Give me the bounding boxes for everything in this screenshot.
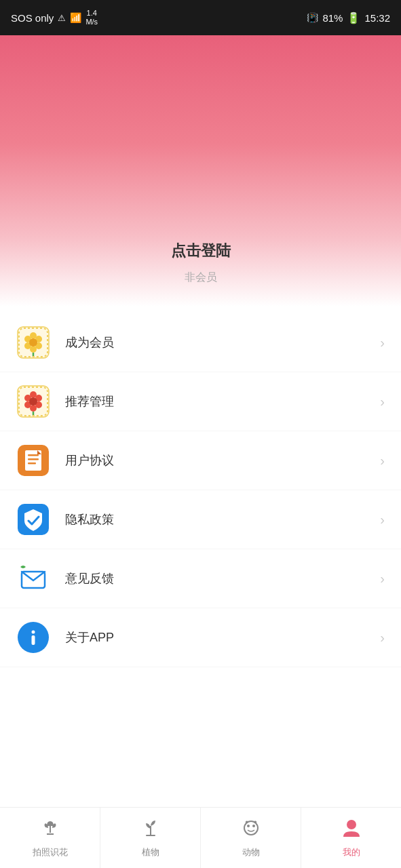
- feedback-icon: [16, 561, 50, 595]
- wifi-icon: 📶: [70, 12, 81, 23]
- member-status-text: 非会员: [185, 271, 217, 285]
- svg-point-34: [244, 821, 258, 835]
- menu-item-privacy[interactable]: 隐私政策 ›: [0, 490, 401, 549]
- plant-nav-icon: [140, 818, 161, 843]
- svg-point-36: [252, 825, 255, 827]
- network-speed: 1.4M/s: [85, 9, 98, 26]
- animal-nav-icon: [241, 818, 261, 843]
- menu-item-agreement[interactable]: 用户协议 ›: [0, 431, 401, 490]
- svg-point-35: [247, 825, 250, 827]
- status-left: SOS only ⚠ 📶 1.4M/s: [11, 9, 98, 26]
- about-icon: [16, 620, 50, 654]
- recommend-icon: [16, 384, 50, 418]
- hero-section: 点击登陆 非会员: [0, 35, 401, 307]
- menu-list: 成为会员 › 推荐管理 ›: [0, 307, 401, 674]
- status-right: 📳 81% 🔋 15:32: [307, 12, 390, 24]
- sos-text: SOS only: [11, 12, 54, 24]
- menu-item-recommend[interactable]: 推荐管理 ›: [0, 372, 401, 431]
- svg-point-37: [347, 820, 356, 829]
- agreement-icon: [16, 443, 50, 477]
- svg-point-29: [32, 631, 35, 634]
- menu-item-member[interactable]: 成为会员 ›: [0, 313, 401, 372]
- privacy-chevron: ›: [380, 512, 385, 528]
- nav-item-animal[interactable]: 动物: [201, 808, 301, 868]
- nav-item-camera[interactable]: 拍照识花: [0, 808, 100, 868]
- agreement-label: 用户协议: [65, 452, 375, 469]
- time-display: 15:32: [364, 12, 390, 24]
- status-bar: SOS only ⚠ 📶 1.4M/s 📳 81% 🔋 15:32: [0, 0, 401, 35]
- mine-nav-label: 我的: [343, 846, 360, 859]
- member-label: 成为会员: [65, 334, 375, 351]
- about-chevron: ›: [380, 630, 385, 646]
- svg-rect-24: [28, 462, 36, 465]
- svg-rect-22: [28, 454, 39, 456]
- feedback-label: 意见反馈: [65, 570, 375, 587]
- svg-rect-23: [28, 458, 39, 460]
- nav-item-plant[interactable]: 植物: [100, 808, 201, 868]
- svg-rect-33: [146, 835, 155, 836]
- member-icon: [16, 326, 50, 359]
- svg-point-17: [29, 397, 37, 406]
- svg-rect-30: [32, 635, 35, 645]
- recommend-label: 推荐管理: [65, 393, 375, 410]
- agreement-chevron: ›: [380, 453, 385, 469]
- about-label: 关于APP: [65, 629, 375, 646]
- privacy-icon: [16, 502, 50, 536]
- feedback-chevron: ›: [380, 571, 385, 587]
- battery-percent: 81%: [322, 12, 343, 24]
- menu-item-feedback[interactable]: 意见反馈 ›: [0, 549, 401, 608]
- warning-icon: ⚠: [58, 13, 66, 23]
- privacy-label: 隐私政策: [65, 511, 375, 528]
- battery-icon: 🔋: [347, 12, 360, 24]
- svg-point-7: [29, 338, 37, 347]
- nav-item-mine[interactable]: 我的: [301, 808, 401, 868]
- plant-nav-label: 植物: [142, 846, 159, 859]
- menu-item-about[interactable]: 关于APP ›: [0, 608, 401, 667]
- vibrate-icon: 📳: [307, 12, 318, 23]
- bottom-nav: 拍照识花 植物 动物: [0, 807, 401, 868]
- member-chevron: ›: [380, 335, 385, 351]
- camera-nav-icon: [40, 818, 60, 843]
- login-button[interactable]: 点击登陆: [171, 241, 231, 261]
- recommend-chevron: ›: [380, 394, 385, 410]
- camera-nav-label: 拍照识花: [33, 846, 68, 859]
- mine-nav-icon: [341, 818, 362, 843]
- animal-nav-label: 动物: [242, 846, 260, 859]
